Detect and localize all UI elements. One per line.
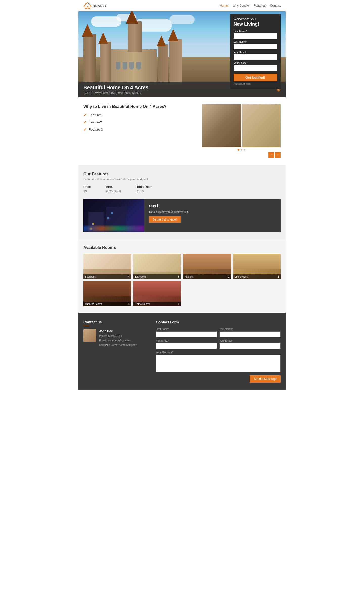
why-section: Why to Live in Beautiful Home On 4 Acres… <box>78 97 286 165</box>
feature-label-3: Feature 3 <box>89 128 103 131</box>
footer-last-name-group: Last Name* <box>219 328 281 337</box>
email-input[interactable] <box>234 54 277 60</box>
form-panel: Welcome to your New Living! First Name* … <box>230 14 281 89</box>
form-heading-large: New Living! <box>234 21 277 27</box>
send-message-button[interactable]: Send a Message <box>250 375 281 383</box>
bedroom-label: Bedroom: 4 <box>83 274 131 279</box>
form-row-2: Phone No.* Your Email* <box>156 339 281 349</box>
footer-email-input[interactable] <box>219 343 281 349</box>
nav-contact[interactable]: Contact <box>270 4 281 7</box>
get-notified-button[interactable]: Get Notified! <box>234 74 277 81</box>
footer-last-name-input[interactable] <box>219 331 281 337</box>
room-bedroom: Bedroom: 4 <box>83 254 131 279</box>
theater-text: Theater Room: <box>85 303 102 305</box>
features-stats: Price $3 Area 9525 Sqr ft. Build Year 20… <box>83 185 281 193</box>
footer-phone-label: Phone No.* <box>156 339 217 342</box>
bedroom-text: Bedroom: <box>85 275 96 278</box>
stat-build-year: Build Year 2010 <box>137 185 151 193</box>
person-phone: Phone: 1234567890 <box>99 334 137 338</box>
footer-message-input[interactable] <box>156 355 281 372</box>
main-nav: Home Why Condio Features Contact <box>220 4 281 7</box>
dining-text: Diningroom: <box>234 275 248 278</box>
collage-img-2 <box>242 104 281 147</box>
hero-address: 123 ABC Way Some City, Some State, 12345… <box>83 91 148 94</box>
checkmark-icon-1: ✔ <box>83 113 87 117</box>
feature-item-2: ✔ Feature2 <box>83 120 195 125</box>
stat-price: Price $3 <box>83 185 91 193</box>
dot-2[interactable] <box>241 149 242 151</box>
dining-count: 1 <box>278 275 279 278</box>
game-count: 1 <box>178 303 179 305</box>
theater-count: 1 <box>128 303 130 305</box>
footer-first-name-group: First Name* <box>156 328 217 337</box>
area-value: 9525 Sqr ft. <box>106 190 122 193</box>
why-left: Why to Live in Beautiful Home On 4 Acres… <box>83 104 195 135</box>
first-name-input[interactable] <box>234 33 277 39</box>
features-section: Our Features Beautiful estate on 4 acres… <box>78 165 286 239</box>
checkmark-icon-2: ✔ <box>83 120 87 125</box>
dot-1[interactable] <box>238 149 239 151</box>
form-heading-small: Welcome to your <box>234 17 277 21</box>
dining-label: Diningroom: 1 <box>233 274 281 279</box>
rooms-grid-bottom: Theater Room: 1 Game Room: 1 <box>83 281 281 306</box>
promo-banner: text1 Details dummy text dummy text. Be … <box>83 199 281 232</box>
features-title: Our Features <box>83 172 281 177</box>
cloud-4 <box>169 15 195 24</box>
build-year-label: Build Year <box>137 185 151 189</box>
phone-label: Your Phone* <box>234 62 277 64</box>
collage-img-1 <box>202 104 241 147</box>
game-text: Game Room: <box>135 303 150 305</box>
prev-arrow[interactable]: ‹ <box>268 152 274 158</box>
footer-phone-group: Phone No.* <box>156 339 217 349</box>
nav-why-condio[interactable]: Why Condio <box>233 4 249 7</box>
feature-label-1: Feature1 <box>89 113 102 117</box>
first-to-know-button[interactable]: Be the first to know! <box>149 216 181 223</box>
rooms-title: Available Rooms <box>83 245 281 250</box>
logo-text: REALTY <box>93 4 107 8</box>
room-empty-2 <box>233 281 281 306</box>
last-name-label: Last Name* <box>234 40 277 43</box>
hero-title-area: Beautiful Home On 4 Acres 123 ABC Way So… <box>83 85 148 94</box>
dot-3[interactable] <box>244 149 245 151</box>
last-name-input[interactable] <box>234 44 277 49</box>
kitchen-text: Kitchen: <box>185 275 194 278</box>
hero-section: Beautiful Home On 4 Acres 123 ABC Way So… <box>78 11 286 97</box>
header: REALTY Home Why Condio Features Contact <box>78 0 286 11</box>
footer-first-name-input[interactable] <box>156 331 217 337</box>
first-name-label: First Name* <box>234 30 277 33</box>
svg-rect-1 <box>85 3 86 4</box>
contact-person: John Doe Phone: 1234567890 E-mail: tyson… <box>83 329 146 347</box>
area-label: Area <box>106 185 122 189</box>
game-label: Game Room: 1 <box>133 302 181 306</box>
build-year-value: 2010 <box>137 190 144 193</box>
promo-image <box>83 199 144 232</box>
kitchen-count: 2 <box>228 275 229 278</box>
phone-input[interactable] <box>234 65 277 71</box>
email-label: Your Email* <box>234 51 277 54</box>
rooms-section: Available Rooms Bedroom: 4 Bathroom: 5 <box>78 239 286 313</box>
room-empty-1 <box>183 281 231 306</box>
bathroom-text: Bathroom: <box>135 275 146 278</box>
svg-rect-2 <box>88 3 89 4</box>
footer: Contact us John Doe Phone: 1234567890 E-… <box>78 313 286 390</box>
nav-home[interactable]: Home <box>220 4 228 7</box>
footer-first-name-label: First Name* <box>156 328 217 331</box>
contact-title: Contact us <box>83 320 146 324</box>
hero-title: Beautiful Home On 4 Acres <box>83 85 148 91</box>
footer-phone-input[interactable] <box>156 343 217 349</box>
logo-icon <box>83 2 92 9</box>
next-arrow[interactable]: › <box>275 152 281 158</box>
nav-features[interactable]: Features <box>254 4 265 7</box>
footer-email-label: Your Email* <box>219 339 281 342</box>
checkmark-icon-3: ✔ <box>83 127 87 132</box>
footer-divider <box>83 326 89 326</box>
form-row-1: First Name* Last Name* <box>156 328 281 337</box>
rooms-grid-top: Bedroom: 4 Bathroom: 5 Kitchen: 2 <box>83 254 281 279</box>
bedroom-count: 4 <box>128 275 130 278</box>
why-right: ‹ › <box>202 104 281 158</box>
footer-form: Contact Form First Name* Last Name* Phon… <box>156 320 281 383</box>
required-note: *Required Fields <box>234 83 277 85</box>
features-desc: Beautiful estate on 4 acres with stock p… <box>83 178 281 181</box>
carousel-dots <box>202 149 281 151</box>
image-collage <box>202 104 281 147</box>
